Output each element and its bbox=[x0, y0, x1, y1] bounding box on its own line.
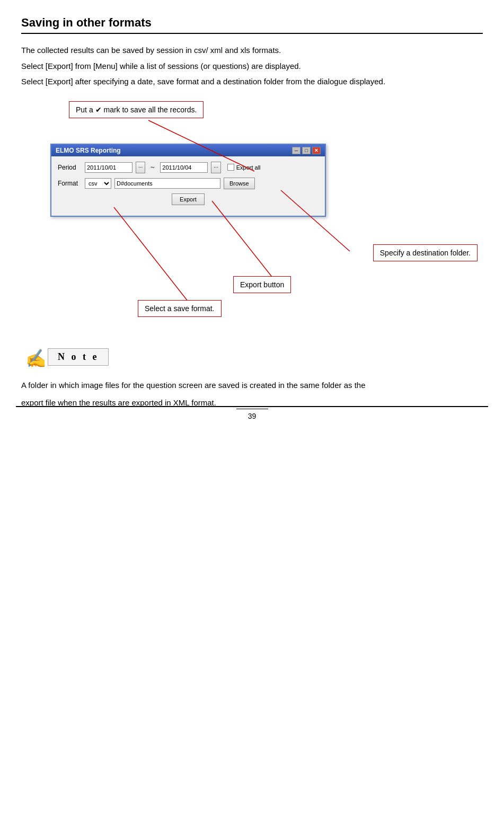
dialog: ELMO SRS Reporting ─ □ ✕ Period ··· ～ bbox=[50, 144, 326, 217]
format-label: Format bbox=[58, 180, 82, 187]
period-row: Period ··· ～ ··· Export all bbox=[58, 162, 319, 173]
tilde: ～ bbox=[149, 163, 156, 172]
format-row: Format csv xml xls Browse bbox=[58, 178, 319, 189]
date-from-input[interactable] bbox=[85, 162, 132, 173]
restore-icon[interactable]: □ bbox=[302, 147, 311, 154]
note-section: ✍ N o t e A folder in which image files … bbox=[21, 345, 483, 410]
page-title: Saving in other formats bbox=[21, 16, 483, 34]
date-to-picker-btn[interactable]: ··· bbox=[211, 162, 220, 173]
period-label: Period bbox=[58, 164, 82, 171]
bottom-line bbox=[16, 406, 488, 407]
dialog-body: Period ··· ～ ··· Export all Format bbox=[51, 156, 325, 216]
callout-export-button: Export button bbox=[233, 276, 291, 293]
note-box: ✍ N o t e bbox=[21, 345, 483, 369]
diagram-area: Put a ✔ mark to save all the records. EL… bbox=[21, 101, 483, 329]
note-hand-icon: ✍ bbox=[21, 345, 48, 369]
export-all-area: Export all bbox=[227, 164, 261, 171]
note-label: N o t e bbox=[48, 348, 109, 366]
body-line-1: The collected results can be saved by se… bbox=[21, 43, 483, 57]
note-text-line-1: A folder in which image files for the qu… bbox=[21, 378, 483, 392]
browse-button[interactable]: Browse bbox=[224, 178, 255, 189]
dialog-title: ELMO SRS Reporting bbox=[56, 147, 121, 154]
callout-specify-folder: Specify a destination folder. bbox=[373, 244, 478, 261]
svg-text:✍: ✍ bbox=[25, 348, 45, 368]
format-select[interactable]: csv xml xls bbox=[85, 178, 111, 189]
date-from-picker-btn[interactable]: ··· bbox=[136, 162, 145, 173]
callout-put-mark: Put a ✔ mark to save all the records. bbox=[69, 101, 204, 118]
page-number: 39 bbox=[236, 409, 268, 420]
svg-line-3 bbox=[114, 207, 188, 302]
path-input[interactable] bbox=[114, 178, 220, 189]
export-button[interactable]: Export bbox=[172, 193, 205, 205]
export-all-label: Export all bbox=[236, 164, 261, 171]
date-to-input[interactable] bbox=[160, 162, 208, 173]
close-icon[interactable]: ✕ bbox=[312, 147, 321, 154]
callout-save-format: Select a save format. bbox=[138, 300, 222, 317]
dialog-titlebar: ELMO SRS Reporting ─ □ ✕ bbox=[51, 145, 325, 156]
export-all-checkbox[interactable] bbox=[227, 164, 234, 171]
dialog-titlebar-icons: ─ □ ✕ bbox=[292, 147, 321, 154]
export-row: Export bbox=[58, 193, 319, 205]
body-line-3: Select [Export] after specifying a date,… bbox=[21, 75, 483, 89]
body-line-2: Select [Export] from [Menu] while a list… bbox=[21, 59, 483, 73]
minimize-icon[interactable]: ─ bbox=[292, 147, 300, 154]
note-text-line-2: export file when the results are exporte… bbox=[21, 396, 483, 410]
dialog-wrapper: ELMO SRS Reporting ─ □ ✕ Period ··· ～ bbox=[50, 144, 326, 217]
